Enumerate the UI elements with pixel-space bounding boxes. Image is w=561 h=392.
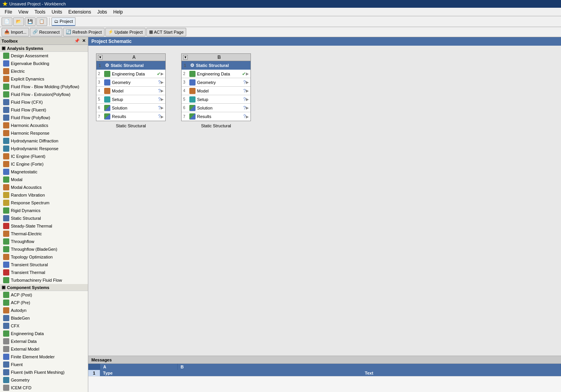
system-a-row-2[interactable]: 2 Engineering Data ✔ ▶: [96, 70, 165, 78]
component-item-fluent[interactable]: Fluent: [0, 361, 88, 368]
system-a-row7-label: Results: [112, 114, 158, 119]
component-item-bladegen[interactable]: BladeGen: [0, 314, 88, 322]
toolbox-item-design-assessment[interactable]: Design Assessment: [0, 52, 88, 60]
section-header-analysis-systems[interactable]: ▣ Analysis Systems: [0, 45, 88, 52]
component-item-acp-pre[interactable]: ACP (Pre): [0, 299, 88, 306]
item-icon: [3, 176, 9, 183]
item-icon: [3, 99, 9, 105]
system-b-row-5[interactable]: 5 Setup ? ▶: [182, 95, 250, 104]
section-header-component-systems[interactable]: ▣ Component Systems: [0, 284, 88, 291]
toolbox-item-hydrodynamic-diffraction[interactable]: Hydrodynamic Diffraction: [0, 137, 88, 145]
comp-item-icon: [3, 315, 9, 321]
item-icon: [3, 68, 9, 74]
toolbox-item-explicit-dynamics[interactable]: Explicit Dynamics: [0, 75, 88, 83]
menu-help[interactable]: Help: [110, 9, 126, 15]
import-button[interactable]: 📥 Import...: [2, 28, 29, 36]
toolbox-item-thermal-electric[interactable]: Thermal-Electric: [0, 230, 88, 238]
toolbox-item-rigid-dynamics[interactable]: Rigid Dynamics: [0, 207, 88, 214]
toolbox-item-fluid-flow-polyflow[interactable]: Fluid Flow (Polyflow): [0, 114, 88, 122]
toolbox-close-button[interactable]: ✕: [81, 38, 86, 43]
refresh-project-button[interactable]: 🔄 Refresh Project: [63, 28, 105, 36]
menu-file[interactable]: File: [2, 9, 15, 15]
system-b-title-row[interactable]: 1 ⚙ Static Structural: [182, 61, 250, 70]
menu-view[interactable]: View: [15, 9, 31, 15]
system-b-row-6[interactable]: 6 Solution ? ▶: [182, 104, 250, 112]
toolbox-item-random-vibration[interactable]: Random Vibration: [0, 191, 88, 199]
row-num-b2: 2: [183, 72, 189, 76]
system-a-row-4[interactable]: 4 Model ? ▶: [96, 87, 165, 95]
toolbox-item-fluid-flow---blow-molding-polyflow[interactable]: Fluid Flow - Blow Molding (Polyflow): [0, 83, 88, 91]
toolbox-item-electric[interactable]: Electric: [0, 67, 88, 75]
component-item-cfx[interactable]: CFX: [0, 322, 88, 330]
toolbox-pin-button[interactable]: 📌: [74, 38, 81, 43]
system-a-row-5[interactable]: 5 Setup ? ▶: [96, 95, 165, 104]
menu-jobs[interactable]: Jobs: [94, 9, 110, 15]
toolbox-item-modal-acoustics[interactable]: Modal Acoustics: [0, 183, 88, 191]
toolbox-item-transient-thermal[interactable]: Transient Thermal: [0, 269, 88, 276]
comp-item-label: ICEM CFD: [11, 385, 31, 390]
item-icon: [3, 223, 9, 229]
open-button[interactable]: 📂: [13, 17, 24, 26]
save-button[interactable]: 💾: [25, 17, 36, 26]
toolbox-item-steady-state-thermal[interactable]: Steady-State Thermal: [0, 222, 88, 230]
menu-tools[interactable]: Tools: [31, 9, 48, 15]
toolbox-item-turbomachinery-fluid-flow[interactable]: Turbomachinery Fluid Flow: [0, 276, 88, 284]
component-item-engineering-data[interactable]: Engineering Data: [0, 330, 88, 337]
system-b-row-2[interactable]: 2 Engineering Data ✔ ▶: [182, 70, 250, 78]
saveas-icon: 📋: [39, 19, 45, 24]
system-a-title-row[interactable]: 1 ⚙ Static Structural: [96, 61, 165, 70]
component-item-fluent-with-fluent-meshing[interactable]: Fluent (with Fluent Meshing): [0, 368, 88, 376]
reconnect-button[interactable]: 🔗 Reconnect: [30, 28, 62, 36]
component-item-autodyn[interactable]: Autodyn: [0, 306, 88, 314]
toolbox-item-eigenvalue-buckling[interactable]: Eigenvalue Buckling: [0, 60, 88, 67]
toolbox-item-response-spectrum[interactable]: Response Spectrum: [0, 199, 88, 207]
component-item-finite-element-modeler[interactable]: Finite Element Modeler: [0, 353, 88, 361]
collapse-a-button[interactable]: ▼: [98, 55, 103, 60]
component-item-icem-cfd[interactable]: ICEM CFD: [0, 384, 88, 392]
system-a-row-7[interactable]: 7 Results ? ▶: [96, 112, 165, 121]
setup-icon-b: [189, 96, 196, 103]
saveas-button[interactable]: 📋: [36, 17, 47, 26]
item-icon: [3, 207, 9, 214]
project-tab[interactable]: 🗂 Project: [51, 17, 75, 26]
toolbox-item-topology-optimization[interactable]: Topology Optimization: [0, 253, 88, 261]
toolbox-item-static-structural[interactable]: Static Structural: [0, 214, 88, 222]
menu-units[interactable]: Units: [48, 9, 65, 15]
component-item-acp-post[interactable]: ACP (Post): [0, 291, 88, 299]
item-label: Transient Structural: [11, 262, 48, 267]
system-a-row-6[interactable]: 6 Solution ? ▶: [96, 104, 165, 112]
status-question-a6: ?: [158, 105, 161, 111]
toolbox-item-transient-structural[interactable]: Transient Structural: [0, 261, 88, 269]
item-icon: [3, 262, 9, 268]
item-icon: [3, 277, 9, 283]
toolbox-item-throughflow[interactable]: Throughflow: [0, 238, 88, 245]
toolbox-item-fluid-flow-cfx[interactable]: Fluid Flow (CFX): [0, 98, 88, 106]
toolbox-item-magnetostatic[interactable]: Magnetostatic: [0, 168, 88, 176]
section-collapse-icon2: ▣: [2, 285, 5, 290]
toolbox-item-modal[interactable]: Modal: [0, 176, 88, 183]
system-b-row-4[interactable]: 4 Model ? ▶: [182, 87, 250, 95]
system-b-row-7[interactable]: 7 Results ? ▶: [182, 112, 250, 121]
component-item-external-data[interactable]: External Data: [0, 337, 88, 345]
toolbox-item-fluid-flow-fluent[interactable]: Fluid Flow (Fluent): [0, 106, 88, 114]
component-item-external-model[interactable]: External Model: [0, 345, 88, 353]
collapse-b-button[interactable]: ▼: [183, 55, 188, 60]
act-start-page-button[interactable]: ▦ ACT Start Page: [146, 28, 187, 36]
toolbox-item-harmonic-response[interactable]: Harmonic Response: [0, 129, 88, 137]
toolbox-item-hydrodynamic-response[interactable]: Hydrodynamic Response: [0, 145, 88, 152]
system-a-row-3[interactable]: 3 Geometry ? ▶: [96, 78, 165, 87]
toolbox-item-ic-engine-forte[interactable]: IC Engine (Forte): [0, 160, 88, 168]
arrow-b3: ▶: [246, 80, 249, 84]
component-item-geometry[interactable]: Geometry: [0, 376, 88, 384]
toolbox-item-ic-engine-fluent[interactable]: IC Engine (Fluent): [0, 152, 88, 160]
status-question-b5: ?: [243, 97, 246, 102]
menu-extensions[interactable]: Extensions: [65, 9, 94, 15]
system-b-row-3[interactable]: 3 Geometry ? ▶: [182, 78, 250, 87]
new-button[interactable]: 📄: [2, 17, 12, 26]
toolbox-item-fluid-flow---extrusionpolyflow[interactable]: Fluid Flow - Extrusion(Polyflow): [0, 91, 88, 98]
update-project-button[interactable]: ⚡ Update Project: [105, 28, 146, 36]
toolbox-item-harmonic-acoustics[interactable]: Harmonic Acoustics: [0, 122, 88, 129]
item-label: Modal Acoustics: [11, 185, 41, 190]
toolbox-item-throughflow-bladegen[interactable]: Throughflow (BladeGen): [0, 245, 88, 253]
toolbox-header: Toolbox 📌 ✕: [0, 37, 88, 45]
